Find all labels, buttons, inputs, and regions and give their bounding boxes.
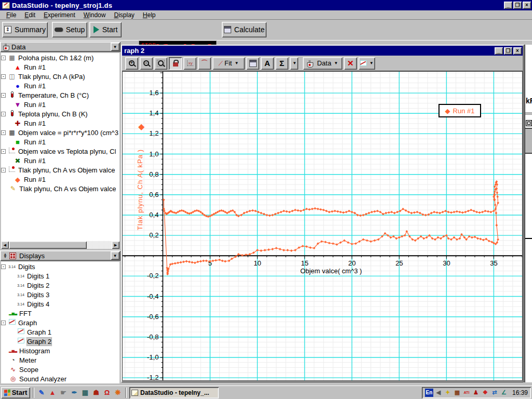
zoom-in-button[interactable]: +	[125, 57, 138, 70]
scroll-thumb[interactable]	[9, 241, 87, 249]
close-button[interactable]: ×	[523, 2, 531, 9]
setup-button[interactable]: Setup	[52, 22, 87, 37]
data-dropdown-arrow[interactable]: ▼	[111, 43, 119, 51]
displays-tree-item[interactable]: ▂▅▃FFT	[1, 309, 119, 318]
data-tree-item[interactable]: -▦Objem valce = pi*r*r*y*100 (cm^3	[1, 128, 119, 137]
displays-tree-child[interactable]: Graph 2	[1, 337, 119, 346]
displays-tree-child[interactable]: 3.14Digits 2	[1, 281, 119, 290]
data-run-item[interactable]: ◆Run #1	[1, 175, 119, 184]
text-annotation-button[interactable]: A	[261, 57, 274, 70]
menu-item-edit[interactable]: Edit	[20, 11, 39, 19]
data-tree-item[interactable]: -▦Poloha pistu, Ch 1&2 (m)	[1, 53, 119, 62]
scroll-track[interactable]	[87, 241, 112, 249]
graph-settings-button[interactable]: ▼	[358, 57, 375, 70]
data-run-item[interactable]: ●Run #1	[1, 81, 119, 90]
task-button-datastudio[interactable]: DataStudio - tepelny_...	[129, 387, 219, 398]
displays-tree-item[interactable]: -Graph	[1, 318, 119, 327]
displays-tree-child[interactable]: 3.14Digits 3	[1, 290, 119, 299]
data-tree-item[interactable]: -Objem valce vs Teplota plynu, Cl	[1, 147, 119, 156]
tray-pen-icon[interactable]: ∠	[500, 389, 508, 397]
maximize-button[interactable]: ❐	[513, 2, 522, 9]
displays-tree-child[interactable]: 3.14Digits 4	[1, 299, 119, 309]
scroll-left-arrow[interactable]: ◀	[1, 241, 9, 249]
scroll-right-arrow[interactable]: ▶	[112, 241, 119, 249]
statistics-button[interactable]: Σ	[275, 57, 288, 70]
quick-launch-icon-6[interactable]: ☗	[91, 388, 101, 397]
legend-box[interactable]: ◆ Run #1	[438, 104, 481, 117]
data-horizontal-scrollbar[interactable]: ◀ ▶	[1, 241, 119, 249]
start-button[interactable]: Start	[89, 22, 122, 37]
tray-icon[interactable]: ❖	[481, 389, 489, 397]
minimize-button[interactable]: _	[504, 2, 512, 9]
displays-tree-item[interactable]: ◎Sound Analyzer	[1, 374, 119, 383]
menu-item-file[interactable]: File	[2, 11, 20, 19]
digits-icon: 3.14	[17, 302, 25, 306]
tree-expand-box[interactable]: -	[1, 112, 6, 116]
tray-language-indicator[interactable]: En	[425, 389, 433, 397]
tree-expand-box[interactable]: -	[1, 74, 6, 79]
quick-launch-icon-5[interactable]: ▦	[81, 388, 90, 397]
data-run-item[interactable]: ✖Run #1	[1, 156, 119, 165]
start-menu-button[interactable]: Start	[1, 387, 30, 398]
quick-launch-icon-4[interactable]: ✒	[70, 388, 79, 397]
displays-tree-item[interactable]: ◔Meter	[1, 355, 119, 365]
graph-close-button[interactable]: ×	[513, 47, 522, 55]
data-run-item[interactable]: ▼Run #1	[1, 100, 119, 109]
quick-launch-icon-3[interactable]: ☛	[59, 388, 68, 397]
tray-icon[interactable]: ✦	[444, 389, 452, 397]
graph-minimize-button[interactable]: _	[495, 47, 503, 55]
tree-expand-box[interactable]: -	[1, 93, 6, 98]
graph-window-titlebar[interactable]: raph 2 _ ❐ ×	[122, 46, 523, 56]
tree-expand-box[interactable]: -	[1, 264, 6, 269]
summary-button[interactable]: ⇕ Summary	[2, 22, 48, 37]
quick-launch-icon-1[interactable]: ✎	[37, 388, 46, 397]
quick-launch-icon-2[interactable]: ▲	[48, 388, 57, 397]
displays-tree-child[interactable]: 3.14Digits 1	[1, 271, 119, 281]
tray-icon[interactable]: ⇄	[490, 389, 499, 397]
quick-launch-icon-8[interactable]: ❋	[113, 388, 123, 397]
data-run-item[interactable]: ✚Run #1	[1, 118, 119, 128]
remove-button[interactable]: ✕	[344, 57, 357, 70]
data-tree-item[interactable]: -Temperature, Ch B (°C)	[1, 90, 119, 100]
zoom-select-button[interactable]	[154, 57, 167, 70]
tree-expand-box[interactable]: -	[1, 56, 6, 60]
menu-item-help[interactable]: Help	[139, 11, 160, 19]
data-tree-item[interactable]: -◫Tlak plynu, Ch A (kPa)	[1, 72, 119, 81]
tree-expand-box[interactable]: -	[1, 149, 6, 154]
statistics-dropdown[interactable]: ▼	[290, 57, 298, 70]
tray-volume-icon[interactable]: ◀	[434, 389, 443, 397]
scale-to-fit-button[interactable]	[169, 57, 182, 70]
graph-maximize-button[interactable]: ❐	[504, 47, 512, 55]
calculate-tool-button[interactable]	[246, 57, 259, 70]
displays-section-header[interactable]: ▲▼ Displays ▼	[0, 250, 121, 261]
data-run-item[interactable]: ▲Run #1	[1, 62, 119, 72]
displays-dropdown-arrow[interactable]: ▼	[111, 251, 119, 260]
y-axis-series-diamond-icon[interactable]: ◆	[138, 122, 144, 131]
zoom-out-button[interactable]: −	[140, 57, 153, 70]
tree-expand-box[interactable]: -	[1, 168, 6, 172]
tray-scheduler-icon[interactable]: ▦	[453, 389, 461, 397]
quick-launch-icon-7[interactable]: Ω	[102, 388, 112, 397]
menu-item-experiment[interactable]: Experiment	[39, 11, 79, 19]
data-tree-item[interactable]: ✎Tlak plynu, Ch A vs Objem valce	[1, 184, 119, 193]
tray-icon[interactable]: ♟	[472, 389, 480, 397]
data-run-item[interactable]: ■Run #1	[1, 137, 119, 147]
tray-ati-icon[interactable]: ATI	[462, 389, 471, 397]
tree-expand-box[interactable]: -	[1, 321, 6, 325]
xy-select-button[interactable]: xy	[183, 57, 196, 70]
menu-item-display[interactable]: Display	[110, 11, 138, 19]
data-tree-item[interactable]: -Teplota plynu, Ch B (K)	[1, 109, 119, 118]
data-section-header[interactable]: Data ▼	[0, 42, 121, 52]
data-tree-item[interactable]: -Tlak plynu, Ch A vs Objem valce	[1, 165, 119, 175]
plot-area[interactable]: 1,61,41,21,00,80,60,40,2-0,2-0,4-0,6-0,8…	[122, 71, 523, 381]
displays-tree-child[interactable]: Graph 1	[1, 327, 119, 337]
tree-expand-box[interactable]: -	[1, 130, 6, 135]
data-dropdown-button[interactable]: Data ▼	[303, 57, 342, 70]
menu-item-window[interactable]: Window	[79, 11, 110, 19]
displays-tree-item[interactable]: ▂▅▃Histogram	[1, 346, 119, 355]
calculate-button[interactable]: Calculate	[222, 22, 267, 37]
displays-tree-item[interactable]: -3.14Digits	[1, 262, 119, 271]
smart-tool-button[interactable]: ⌒	[198, 57, 211, 70]
displays-tree-item[interactable]: ∿Scope	[1, 365, 119, 374]
fit-dropdown-button[interactable]: ⟋ Fit ▼	[212, 57, 245, 70]
